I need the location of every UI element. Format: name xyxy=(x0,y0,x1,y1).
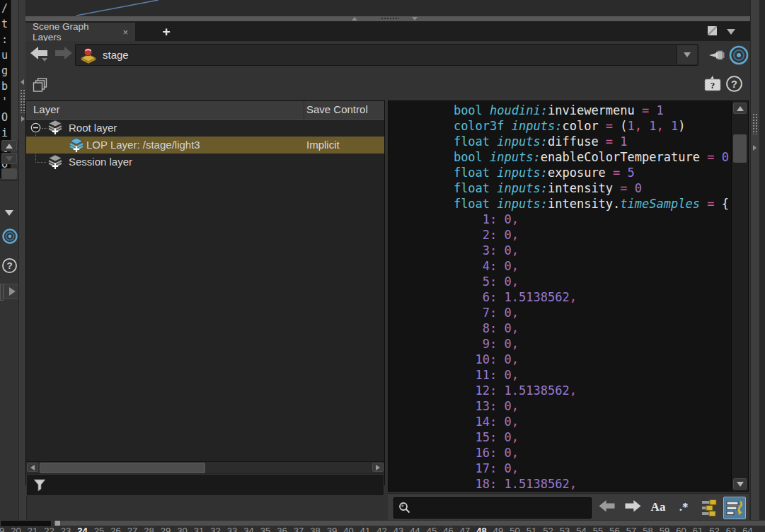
scroll-down-button[interactable] xyxy=(733,478,747,490)
back-button[interactable] xyxy=(30,46,49,63)
frame-number[interactable]: 60 xyxy=(676,526,686,532)
search-field[interactable] xyxy=(393,497,592,519)
frame-number[interactable]: 43 xyxy=(393,526,403,532)
find-next-button[interactable] xyxy=(622,497,643,518)
scroll-thumb[interactable] xyxy=(733,134,747,163)
help-circle-icon[interactable]: ? xyxy=(725,75,743,93)
frame-number[interactable]: 61 xyxy=(693,526,703,532)
column-header-layer[interactable]: Layer xyxy=(33,103,60,115)
pretty-print-toggle-active[interactable] xyxy=(723,497,746,519)
frame-number[interactable]: 44 xyxy=(410,526,420,532)
regex-toggle[interactable]: .* xyxy=(673,497,694,518)
frame-number[interactable]: 29 xyxy=(161,526,171,532)
parameters-view-toggle[interactable] xyxy=(699,497,720,518)
frame-number[interactable]: 54 xyxy=(576,526,586,532)
pane-splitter-vertical[interactable] xyxy=(750,0,760,532)
path-dropdown-button[interactable] xyxy=(677,45,697,64)
frame-number[interactable]: 50 xyxy=(510,526,519,532)
tree-row-root-layer[interactable]: Root layer xyxy=(26,120,384,137)
frame-number-ruler[interactable]: 1920212223242526272829303132333435363738… xyxy=(0,526,765,532)
find-previous-button[interactable] xyxy=(597,497,618,518)
tree-column-header[interactable]: Layer Save Control xyxy=(26,101,384,120)
frame-number[interactable]: 31 xyxy=(194,526,204,532)
context-help-icon[interactable]: ? xyxy=(703,75,723,93)
collapse-right-icon[interactable] xyxy=(21,116,25,122)
frame-number[interactable]: 49 xyxy=(493,526,503,532)
frame-number[interactable]: 39 xyxy=(327,526,337,532)
frame-number[interactable]: 41 xyxy=(360,526,370,532)
save-control-value[interactable]: Implicit xyxy=(306,139,340,151)
frame-number[interactable]: 63 xyxy=(726,526,736,532)
radial-menu-icon[interactable] xyxy=(1,228,18,245)
collapse-right-icon[interactable] xyxy=(753,145,757,151)
layers-stack-toolbar-icon[interactable] xyxy=(32,76,49,93)
frame-number[interactable]: 47 xyxy=(460,526,470,532)
tree-row-label[interactable]: LOP Layer: /stage/light3 xyxy=(86,139,200,151)
pin-icon[interactable] xyxy=(707,45,727,65)
frame-number[interactable]: 59 xyxy=(660,526,669,532)
frame-number[interactable]: 53 xyxy=(560,526,570,532)
scroll-thumb[interactable] xyxy=(1,168,17,179)
timeline-scroll-nub[interactable] xyxy=(55,521,60,526)
scroll-up-button[interactable] xyxy=(733,103,747,114)
frame-number[interactable]: 36 xyxy=(277,526,287,532)
frame-number[interactable]: 23 xyxy=(61,526,71,532)
scroll-thumb[interactable] xyxy=(40,463,205,473)
frame-number[interactable]: 20 xyxy=(11,526,21,532)
frame-number[interactable]: 58 xyxy=(643,526,652,532)
collapse-up-icon[interactable] xyxy=(352,17,357,21)
pane-menu-arrow-icon[interactable] xyxy=(727,29,735,35)
frame-number[interactable]: 27 xyxy=(127,526,137,532)
frame-number[interactable]: 38 xyxy=(310,526,320,532)
tree-row-session-layer[interactable]: Session layer xyxy=(26,154,384,170)
tab-close-icon[interactable]: × xyxy=(115,27,128,37)
column-divider[interactable] xyxy=(304,101,304,119)
frame-number[interactable]: 40 xyxy=(343,526,353,532)
code-vertical-scrollbar[interactable] xyxy=(731,101,748,491)
scroll-up-button[interactable] xyxy=(1,140,17,151)
frame-number[interactable]: 22 xyxy=(44,526,54,532)
frame-number[interactable]: 37 xyxy=(294,526,304,532)
frame-number[interactable]: 64 xyxy=(742,526,752,532)
frame-number[interactable]: 55 xyxy=(593,526,603,532)
tree-horizontal-scrollbar[interactable] xyxy=(26,461,384,473)
tree-filter-field[interactable] xyxy=(26,474,384,496)
collapse-toggle-icon[interactable] xyxy=(30,122,41,133)
frame-number[interactable]: 28 xyxy=(144,526,154,532)
clipped-scrollbar-track[interactable] xyxy=(11,0,18,140)
scroll-down-button[interactable] xyxy=(1,153,17,164)
frame-number[interactable]: 34 xyxy=(243,526,253,532)
path-field[interactable]: stage xyxy=(75,44,698,66)
tree-row-label[interactable]: Root layer xyxy=(69,122,117,134)
column-header-save-control[interactable]: Save Control xyxy=(306,103,368,115)
frame-number[interactable]: 62 xyxy=(709,526,719,532)
usd-layer-source-view[interactable]: bool houdini:inviewermenu = 1 color3f in… xyxy=(388,100,749,492)
collapse-down-icon[interactable] xyxy=(412,17,418,21)
tree-row-label[interactable]: Session layer xyxy=(69,156,132,168)
frame-number[interactable]: 21 xyxy=(28,526,38,532)
frame-number[interactable]: 46 xyxy=(443,526,453,532)
frame-number[interactable]: 45 xyxy=(427,526,437,532)
help-circle-icon[interactable]: ? xyxy=(1,258,18,274)
frame-number[interactable]: 33 xyxy=(227,526,237,532)
pane-ratio-icon[interactable] xyxy=(708,26,717,35)
tab-scene-graph-layers[interactable]: Scene Graph Layers × xyxy=(25,23,135,41)
frame-number[interactable]: 19 xyxy=(0,526,4,532)
forward-button[interactable] xyxy=(54,46,73,63)
frame-number[interactable]: 56 xyxy=(609,526,619,532)
frame-number[interactable]: 25 xyxy=(94,526,104,532)
frame-number[interactable]: 48 xyxy=(476,526,486,532)
frame-number[interactable]: 57 xyxy=(626,526,636,532)
scroll-right-button[interactable] xyxy=(372,463,384,472)
frame-number[interactable]: 51 xyxy=(527,526,536,532)
link-target-icon[interactable] xyxy=(728,45,749,66)
tree-row-lop-layer[interactable]: LOP Layer: /stage/light3 Implicit xyxy=(26,137,384,154)
frame-number[interactable]: 52 xyxy=(543,526,553,532)
frame-number[interactable]: 26 xyxy=(110,526,120,532)
frame-number[interactable]: 30 xyxy=(177,526,187,532)
search-input[interactable] xyxy=(414,502,587,514)
new-tab-button[interactable]: + xyxy=(157,23,176,41)
frame-number[interactable]: 42 xyxy=(376,526,386,532)
timeline-scrollbar[interactable] xyxy=(54,521,765,526)
frame-number[interactable]: 35 xyxy=(260,526,270,532)
